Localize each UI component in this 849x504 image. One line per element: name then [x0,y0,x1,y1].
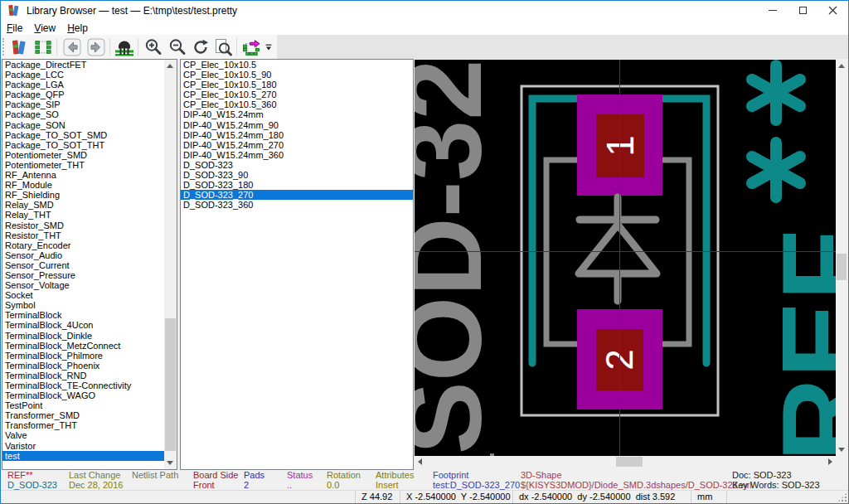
footprint-list-item[interactable]: D_SOD-323_360 [181,200,413,210]
footprint-list-item[interactable]: CP_Elec_10x10.5_90 [181,70,413,80]
next-footprint-button[interactable] [85,36,107,58]
library-list-item[interactable]: test [2,451,164,461]
library-list-item[interactable]: Sensor_Audio [2,250,164,260]
footprint-list-icon [34,38,52,56]
footprint-list-item[interactable]: CP_Elec_10x10.5_270 [181,90,413,99]
insert-footprint-button[interactable] [240,36,262,58]
zoom-in-button[interactable] [143,36,164,58]
toolbar-overflow-button[interactable] [262,36,275,58]
footprint-list-item[interactable]: CP_Elec_10x10.5_360 [181,99,413,109]
info-field-label: Pads [244,471,264,480]
library-list-item[interactable]: Valve [2,430,164,440]
previous-footprint-button[interactable] [61,36,83,58]
select-library-button[interactable] [8,36,30,58]
menu-item[interactable]: File [1,21,28,34]
library-list-item[interactable]: Potentiometer_SMD [2,150,164,160]
info-field-value: ${KISYS3DMOD}/Diode_SMD.3dshapes/D_SOD-3… [521,481,752,490]
info-field-label: Rotation [327,471,361,480]
library-list-item[interactable]: TerminalBlock_Philmore [2,351,164,361]
footprint-list-item[interactable]: DIP-40_W15.24mm [181,109,413,119]
library-list-item[interactable]: Package_TO_SOT_SMD [2,130,164,140]
library-list-item[interactable]: Package_DirectFET [2,60,164,70]
footprint-canvas[interactable]: D_SOD-323_270 REF 1 [415,60,836,456]
footprint-list-item[interactable]: DIP-40_W15.24mm_180 [181,130,413,140]
library-list-item[interactable]: Package_SO [2,109,164,119]
library-list-item[interactable]: Sensor_Voltage [2,280,164,290]
library-list-scrollbar[interactable] [164,60,177,469]
library-list-item[interactable]: Transformer_THT [2,420,164,430]
scroll-down-icon[interactable] [167,461,173,465]
scroll-up-icon[interactable] [167,64,173,68]
preview-horizontal-scrollbar[interactable] [415,456,836,468]
arrow-left-icon [62,37,82,57]
footprint-list-item[interactable]: D_SOD-323_90 [181,170,413,180]
library-list-item[interactable]: Rotary_Encoder [2,240,164,250]
scroll-up-icon[interactable] [838,64,845,68]
library-list-item[interactable]: Socket [2,290,164,300]
footprint-list-item[interactable]: CP_Elec_10x10.5_180 [181,80,413,90]
library-list-item[interactable]: Package_LGA [2,80,164,90]
redraw-view-button[interactable] [190,36,211,58]
library-list-item[interactable]: Package_QFP [2,90,164,99]
statusbar-cell: Z 44.92 [355,491,400,503]
show-footprint-button[interactable] [114,36,135,58]
library-list-item[interactable]: TerminalBlock_4Ucon [2,320,164,330]
scroll-left-icon[interactable] [418,458,422,465]
library-list-item[interactable]: Relay_THT [2,210,164,220]
library-list-item[interactable]: Potentiometer_THT [2,160,164,170]
footprint-value-text: D_SOD-323_270 [415,60,504,456]
library-list-item[interactable]: TerminalBlock_MetzConnect [2,341,164,351]
library-list-item[interactable]: Symbol [2,300,164,310]
scrollbar-thumb[interactable] [165,318,176,451]
footprint-list-item[interactable]: DIP-40_W15.24mm_90 [181,120,413,130]
library-list-item[interactable]: TerminalBlock_RND [2,371,164,380]
footprint-list-item[interactable]: CP_Elec_10x10.5 [181,60,413,70]
zoom-out-button[interactable] [167,36,188,58]
info-field-label: Footprint [433,471,520,480]
info-field-value [132,481,178,490]
library-list-item[interactable]: Relay_SMD [2,200,164,210]
scrollbar-thumb[interactable] [616,457,643,467]
toolbar-gripper[interactable] [2,38,5,56]
library-list-item[interactable]: Resistor_SMD [2,220,164,230]
footprint-list-item[interactable]: D_SOD-323 [181,160,413,170]
library-list-item[interactable]: TerminalBlock_Phoenix [2,361,164,371]
titlebar[interactable]: Library Browser — test — E:\tmp\test/tes… [1,1,848,20]
menu-item[interactable]: Help [61,21,94,34]
library-list-item[interactable]: RF_Module [2,180,164,190]
library-list-item[interactable]: TerminalBlock_Dinkle [2,331,164,341]
select-footprint-button[interactable] [32,36,54,58]
close-icon [828,6,837,15]
scrollbar-thumb[interactable] [837,254,847,280]
library-list-item[interactable]: Transformer_SMD [2,410,164,420]
library-list-item[interactable]: Package_LCC [2,70,164,80]
preview-vertical-scrollbar[interactable] [836,60,847,456]
library-list-item[interactable]: Package_SON [2,120,164,130]
info-field-value: 2 [244,481,264,490]
library-list-item[interactable]: Package_SIP [2,99,164,109]
footprint-list-item[interactable]: D_SOD-323_180 [181,180,413,190]
footprint-list-item[interactable]: DIP-40_W15.24mm_270 [181,140,413,150]
library-list-item[interactable]: TerminalBlock [2,310,164,320]
maximize-button[interactable] [788,1,817,20]
library-list-item[interactable]: Resistor_THT [2,230,164,240]
library-list-item[interactable]: RF_Shielding [2,190,164,200]
library-list-item[interactable]: Sensor_Current [2,260,164,270]
library-list-item[interactable]: Sensor_Pressure [2,270,164,280]
footprint-list-item[interactable]: D_SOD-323_270 [181,190,413,200]
scroll-right-icon[interactable] [828,458,832,465]
library-list-item[interactable]: TerminalBlock_TE-Connectivity [2,380,164,390]
toolbar [1,35,848,59]
minimize-button[interactable] [758,1,788,20]
footprint-list-item[interactable]: DIP-40_W15.24mm_360 [181,150,413,160]
library-list-item[interactable]: RF_Antenna [2,170,164,180]
library-list-item[interactable]: Varistor [2,441,164,451]
zoom-fit-button[interactable] [212,36,234,58]
close-button[interactable] [817,1,847,20]
scroll-down-icon[interactable] [838,448,845,452]
library-list-item[interactable]: Package_TO_SOT_THT [2,140,164,150]
library-list-item[interactable]: TerminalBlock_WAGO [2,390,164,400]
app-icon [7,3,21,17]
library-list-item[interactable]: TestPoint [2,400,164,410]
menu-item[interactable]: View [28,21,61,34]
